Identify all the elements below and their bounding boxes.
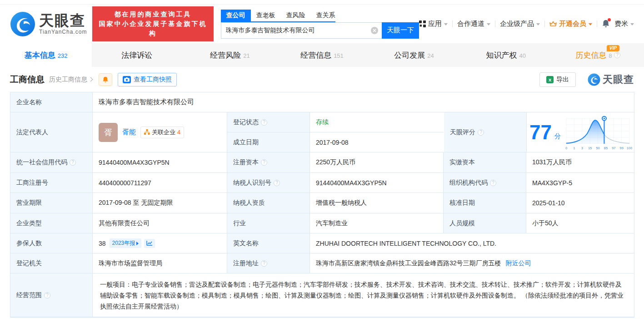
uscc-label: 统一社会信用代码?: [10, 152, 93, 173]
search-tab-boss[interactable]: 查老板: [251, 10, 281, 21]
table-row: 登记机关 珠海市市场监督管理局 注册地址? 珠海市高新区唐家湾镇金鼎科技工业园金…: [10, 253, 634, 273]
orange-bell-icon: [102, 76, 109, 83]
menu-apps[interactable]: 应用: [419, 20, 448, 28]
table-row: 工商注册号 440400000711297 纳税人识别号? 91440400MA…: [10, 173, 634, 193]
menu-enterprise[interactable]: 企业级产品: [500, 20, 540, 28]
app-grid-icon: [419, 20, 426, 27]
tab-operation-risk[interactable]: 经营风险21: [184, 43, 276, 67]
svg-text:97: 97: [612, 146, 615, 150]
related-companies-button[interactable]: 关联企业 4: [140, 127, 184, 138]
chevron-down-icon: [589, 23, 592, 25]
english-name-label: 英文名称: [227, 233, 310, 253]
snapshot-button[interactable]: 查看工商快照: [118, 73, 177, 86]
paid-capital-value: 1031万人民币: [526, 152, 634, 173]
legal-rep-avatar[interactable]: 胥: [99, 123, 118, 142]
chevron-right-icon: [89, 77, 93, 82]
score-unit: 分: [554, 132, 561, 141]
top-menu: 应用 合作通道 企业级产品 开通会员 费米: [419, 19, 634, 29]
table-row: 企业类型 其他有限责任公司 行业 汽车制造业 人员规模 小于50人: [10, 213, 634, 233]
score-label: 天眼评分?: [444, 112, 527, 152]
table-row: 营业期限 2017-09-08 至 无固定期限 纳税人资质 增值税一般纳税人 核…: [10, 193, 634, 213]
help-icon[interactable]: ?: [70, 159, 76, 166]
score-value: 77 分: [527, 112, 635, 152]
svg-text:3: 3: [581, 146, 583, 150]
reg-status-value: 存续: [310, 112, 444, 132]
slogan-line2: 国家中小企业发展子基金旗下机构: [97, 19, 209, 38]
menu-partner[interactable]: 合作通道: [457, 20, 490, 28]
business-info-table: 企业名称 珠海市多泰吉智能技术有限公司 法定代表人 胥 胥能 关联企业 4 登记…: [10, 92, 634, 318]
help-icon[interactable]: ?: [44, 292, 50, 299]
watermark-logo-icon: [588, 73, 600, 86]
tianyancha-logo[interactable]: 天眼查 TianYanCha.com: [10, 11, 87, 37]
search-button[interactable]: 天眼一下: [382, 22, 419, 39]
crown-icon: [549, 21, 557, 27]
tab-company-development[interactable]: 公司发展24: [368, 43, 460, 67]
staff-size-label: 人员规模: [444, 213, 526, 233]
menu-user[interactable]: 费米: [614, 20, 634, 28]
chevron-down-icon: [630, 23, 634, 25]
divider: [452, 20, 453, 27]
tab-business-info[interactable]: 经营信息151: [276, 43, 368, 67]
legal-rep-name-link[interactable]: 胥能: [122, 128, 136, 137]
reg-authority-value: 珠海市市场监督管理局: [93, 253, 227, 273]
search-tab-relation[interactable]: 查关系: [311, 10, 341, 21]
business-term-label: 营业期限: [10, 193, 93, 213]
search-input[interactable]: [221, 22, 382, 39]
search-tab-risk[interactable]: 查风险: [281, 10, 311, 21]
org-code-label: 组织机构代码?: [444, 173, 526, 193]
subscribe-bell-button[interactable]: [99, 73, 112, 86]
tab-intellectual-property[interactable]: 知识产权40: [460, 43, 552, 67]
reg-capital-label: 注册资本?: [227, 152, 310, 173]
approval-date-value: 2025-01-10: [526, 193, 634, 213]
company-name-label: 企业名称: [10, 92, 93, 112]
divider: [544, 20, 545, 27]
related-company-icon: [144, 129, 150, 135]
help-icon[interactable]: ?: [614, 52, 620, 58]
watermark-text: 天眼查: [603, 73, 634, 86]
score-distribution-chart: 0 1 3 15 50 85 97 99 100: [564, 114, 632, 151]
help-icon[interactable]: ?: [478, 129, 484, 136]
help-icon[interactable]: ?: [261, 260, 267, 267]
business-term-value: 2017-09-08 至 无固定期限: [93, 193, 227, 213]
establish-date-value: 2017-09-08: [310, 132, 444, 152]
slogan-banner: 都在用的商业查询工具 国家中小企业发展子基金旗下机构: [92, 6, 213, 41]
company-type-value: 其他有限责任公司: [93, 213, 227, 233]
divider: [597, 20, 597, 27]
reg-number-label: 工商注册号: [10, 173, 93, 193]
nav-tabs: 基本信息232 法律诉讼 经营风险21 经营信息151 公司发展24 知识产权4…: [0, 43, 644, 67]
reg-capital-value: 2250万人民币: [310, 152, 444, 173]
taxpayer-id-value: 91440400MA4X3GYP5N: [310, 173, 444, 193]
chevron-down-icon: [487, 23, 490, 25]
insured-count-value: 38 2023年报: [93, 233, 227, 253]
org-code-value: MA4X3GYP-5: [526, 173, 634, 193]
staff-size-value: 小于50人: [526, 213, 634, 233]
reg-address-label: 注册地址?: [227, 253, 310, 273]
help-icon[interactable]: ?: [261, 119, 267, 126]
svg-text:50: 50: [596, 146, 599, 150]
help-icon[interactable]: ?: [490, 180, 496, 186]
nearby-companies-link[interactable]: 附近公司: [506, 259, 531, 268]
establish-date-label: 成立日期: [227, 132, 310, 152]
brand-name: 天眼查: [39, 13, 87, 28]
svg-text:99: 99: [620, 146, 624, 150]
tianyancha-logo-icon: [10, 11, 35, 37]
svg-text:0: 0: [565, 146, 567, 150]
tab-history-info[interactable]: VIP 历史信息8 ?: [552, 43, 644, 67]
tab-legal-proceedings[interactable]: 法律诉讼: [92, 43, 184, 67]
annual-report-badge[interactable]: 2023年报: [110, 238, 142, 248]
help-icon[interactable]: ?: [261, 159, 267, 166]
reg-status-label: 登记状态?: [227, 112, 310, 132]
tab-basic-info[interactable]: 基本信息232: [0, 43, 92, 67]
legal-rep-label: 法定代表人: [10, 112, 93, 152]
notification-bell[interactable]: [602, 19, 610, 29]
help-icon[interactable]: ?: [274, 180, 280, 186]
svg-text:85: 85: [604, 146, 608, 150]
trend-chart-button[interactable]: [144, 239, 155, 248]
business-scope-value: 一般项目：电子专业设备销售；雷达及配套设备制造；电子元器件制造；汽车零部件研发；…: [93, 273, 634, 317]
search-tab-company[interactable]: 查公司: [221, 10, 251, 21]
export-button[interactable]: x 导出: [539, 72, 576, 87]
history-business-info-link[interactable]: 历史工商信息: [49, 76, 92, 84]
industry-label: 行业: [227, 213, 310, 233]
approval-date-label: 核准日期: [444, 193, 526, 213]
menu-vip[interactable]: 开通会员: [549, 20, 592, 28]
